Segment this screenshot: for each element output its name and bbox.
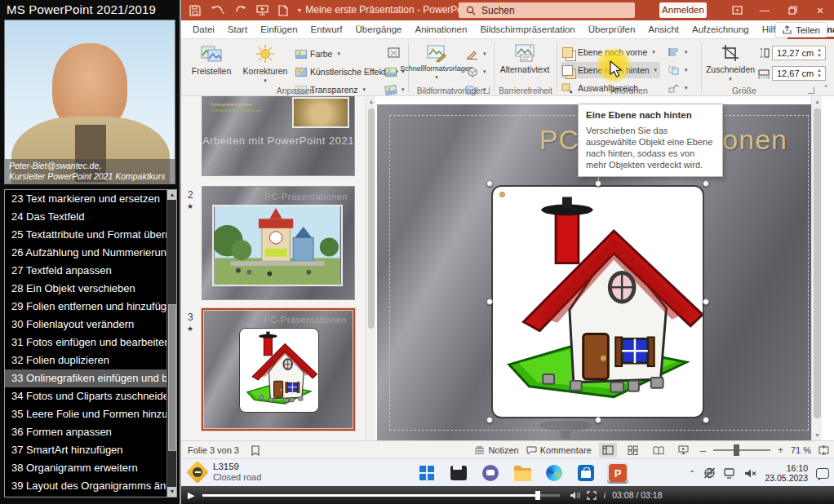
muted-speaker-icon[interactable]	[744, 468, 756, 479]
resize-handle-se[interactable]	[703, 417, 709, 423]
volume-icon[interactable]	[570, 491, 580, 500]
resize-handle-w[interactable]	[486, 298, 493, 305]
minimize-icon[interactable]: —	[751, 0, 779, 20]
slide-1-thumbnail[interactable]: Folienpräsentationen Interaktive Präsent…	[202, 96, 355, 176]
ribbon-tab[interactable]: Animationen	[408, 20, 473, 39]
collapse-ribbon-icon[interactable]: ⌃	[823, 84, 829, 92]
lesson-item[interactable]: 23 Text markieren und ersetzen	[5, 190, 168, 208]
microsoft-store-button[interactable]	[575, 462, 597, 484]
ribbon-tab[interactable]: Start	[221, 20, 254, 39]
ribbon-tab[interactable]: Übergänge	[349, 20, 409, 39]
lesson-item[interactable]: 25 Textattribute und Format übernehmen	[5, 226, 168, 244]
lesson-item[interactable]: 24 Das Textfeld	[5, 208, 168, 226]
lesson-item[interactable]: 33 Onlinegrafiken einfügen und bearbeite…	[5, 369, 168, 387]
zoom-slider-knob[interactable]	[734, 444, 739, 456]
lesson-item[interactable]: 35 Leere Folie und Formen hinzufügen	[5, 405, 168, 423]
notification-center-icon[interactable]	[816, 468, 829, 479]
lesson-item[interactable]: 29 Folien entfernen und hinzufügen	[5, 298, 168, 316]
scroll-down-icon[interactable]: ▼	[812, 430, 823, 440]
schnellformatvorlagen-button[interactable]: Schnellformatvorlagen ▾	[410, 41, 463, 88]
resize-handle-s[interactable]	[595, 417, 601, 423]
ribbon-tab[interactable]: Datei	[186, 20, 221, 39]
lesson-item[interactable]: 32 Folien duplizieren	[5, 351, 168, 369]
thumbnail-scrollbar[interactable]: ▲	[366, 96, 375, 440]
lesson-item[interactable]: 37 SmartArt hinzufügen	[5, 441, 168, 459]
adjust-handle[interactable]	[499, 192, 505, 197]
fit-slide-icon[interactable]	[818, 445, 829, 455]
freistellen-button[interactable]: Freistellen	[186, 41, 237, 88]
resize-handle-n[interactable]	[595, 180, 601, 187]
notes-button[interactable]: Notizen	[474, 445, 518, 455]
slide-3-thumbnail[interactable]: PC-Präsentationen	[202, 308, 355, 431]
zoom-out-icon[interactable]: –	[700, 444, 706, 457]
dialog-launcher-icon[interactable]	[483, 87, 490, 94]
progress-bar[interactable]	[202, 494, 560, 497]
reading-view-button[interactable]	[650, 443, 668, 458]
clock[interactable]: 16:10 23.05.2023	[765, 463, 808, 483]
height-field[interactable]: 12,27 cm ▲▼	[772, 46, 826, 60]
zoom-slider[interactable]	[713, 449, 770, 451]
align-objects-icon[interactable]	[668, 44, 688, 60]
comments-button[interactable]: Kommentare	[526, 445, 592, 455]
resize-handle-ne[interactable]	[703, 180, 709, 187]
teams-chat-button[interactable]	[480, 462, 501, 484]
scroll-down-icon[interactable]: ▼	[167, 487, 177, 497]
cast-display-icon[interactable]	[724, 468, 736, 479]
ribbon-display-options-icon[interactable]	[723, 0, 751, 20]
info-icon[interactable]: i	[603, 491, 606, 500]
height-spinner[interactable]: ▲▼	[814, 46, 824, 60]
ribbon-tab[interactable]: Einfügen	[254, 20, 304, 39]
slide-2-thumbnail[interactable]: PC-Präsentationen	[202, 186, 355, 300]
scroll-up-icon[interactable]: ▲	[366, 96, 375, 107]
resize-handle-sw[interactable]	[486, 417, 493, 423]
group-objects-icon[interactable]	[668, 62, 688, 78]
compress-picture-icon[interactable]	[387, 46, 401, 60]
progress-knob[interactable]	[535, 491, 540, 500]
scroll-up-icon[interactable]: ▲	[812, 96, 823, 107]
share-button[interactable]: Teilen	[775, 22, 827, 38]
editor-scrollbar[interactable]: ▲ ▼	[811, 96, 822, 440]
ribbon-tab[interactable]: Aufzeichnung	[685, 20, 756, 39]
lesson-item[interactable]: 30 Folienlayout verändern	[5, 316, 168, 334]
lesson-item[interactable]: 28 Ein Objekt verschieben	[5, 280, 168, 298]
lesson-item[interactable]: 38 Organigramm erweitern	[5, 459, 168, 477]
picture-effects-icon[interactable]	[466, 64, 486, 80]
slideshow-view-button[interactable]	[675, 443, 693, 458]
close-icon[interactable]: ×	[806, 0, 834, 20]
scrollbar-thumb[interactable]	[814, 108, 821, 418]
fullscreen-icon[interactable]	[587, 491, 597, 500]
picture-border-icon[interactable]	[466, 46, 486, 62]
zuschneiden-button[interactable]: Zuschneiden ▾	[705, 41, 756, 88]
powerpoint-taskbar-button[interactable]: P	[607, 462, 628, 484]
start-button[interactable]	[416, 462, 437, 484]
kuenstlerische-effekte-menu[interactable]: Künstlerische Effekte	[295, 64, 398, 80]
scrollbar-thumb[interactable]	[368, 108, 375, 329]
width-field[interactable]: 12,67 cm ▲▼	[772, 66, 826, 81]
zoom-in-icon[interactable]: +	[778, 444, 783, 456]
lesson-item[interactable]: 31 Fotos einfügen und bearbeiten	[5, 334, 168, 351]
search-box[interactable]: Suchen	[459, 2, 635, 18]
play-icon[interactable]: ▶	[188, 490, 194, 501]
tray-expand-icon[interactable]: ⌃	[689, 469, 695, 478]
farbe-menu[interactable]: Farbe	[295, 46, 340, 62]
ribbon-tab[interactable]: Bildschirmpräsentation	[473, 20, 581, 39]
lesson-item[interactable]: 27 Textfeld anpassen	[5, 262, 168, 280]
width-spinner[interactable]: ▲▼	[814, 67, 824, 80]
no-internet-icon[interactable]	[703, 467, 716, 479]
house-clipart[interactable]	[491, 185, 704, 418]
lesson-item[interactable]: 34 Fotos und Cliparts zuschneiden	[5, 387, 168, 405]
undo-icon[interactable]	[211, 5, 225, 15]
task-view-button[interactable]	[448, 462, 469, 484]
qat-customize-icon[interactable]: ▾	[298, 8, 301, 13]
zoom-level[interactable]: 71 %	[791, 445, 811, 455]
ribbon-tab[interactable]: Entwurf	[304, 20, 349, 39]
redo-icon[interactable]	[235, 5, 246, 15]
ribbon-tab[interactable]: Ansicht	[641, 20, 685, 39]
dialog-launcher-icon[interactable]	[808, 87, 814, 94]
resize-handle-e[interactable]	[703, 298, 709, 305]
selected-picture[interactable]	[490, 183, 706, 420]
weather-widget[interactable]: L3159 Closed road	[189, 462, 261, 483]
alternativtext-button[interactable]: Alternativtext	[498, 41, 552, 88]
accessibility-checker-icon[interactable]	[251, 445, 260, 456]
scrollbar-thumb[interactable]	[168, 304, 176, 451]
